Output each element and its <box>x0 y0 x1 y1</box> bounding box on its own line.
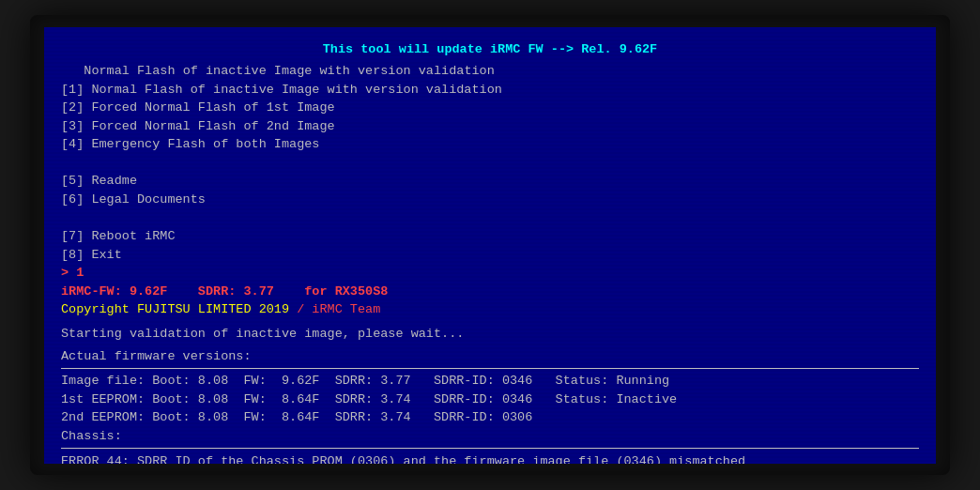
error-44-line: ERROR 44: SDRR ID of the Chassis PROM (0… <box>61 452 919 463</box>
divider-top <box>61 368 919 369</box>
irmc-team: / iRMC Team <box>289 302 380 316</box>
terminal-screen: This tool will update iRMC FW --> Rel. 9… <box>44 27 936 464</box>
menu-item-7: [7] Reboot iRMC <box>61 227 919 246</box>
model: for RX350S8 <box>304 284 388 299</box>
title-bar: This tool will update iRMC FW --> Rel. 9… <box>61 40 919 59</box>
menu-item-2: [2] Forced Normal Flash of 1st Image <box>61 99 919 117</box>
table-row-chassis: Chassis: <box>61 427 919 446</box>
table-row-1st-eeprom: 1st EEPROM: Boot: 8.08 FW: 8.64F SDRR: 3… <box>61 390 919 409</box>
sdrr-version: SDRR: 3.77 <box>198 284 274 299</box>
section-title: Actual firmware versions: <box>61 347 919 366</box>
copyright-text: Copyright FUJITSU LIMITED 2019 <box>61 302 289 316</box>
menu-item-4: [4] Emergency Flash of both Images <box>61 135 919 154</box>
menu-item-6: [6] Legal Documents <box>61 191 919 209</box>
menu-item-8: [8] Exit <box>61 246 919 265</box>
prompt-line: > 1 <box>61 264 919 283</box>
subtitle-line: Normal Flash of inactive Image with vers… <box>61 62 919 81</box>
menu-item-5: [5] Readme <box>61 172 919 191</box>
divider-bottom <box>61 448 919 449</box>
title-text: This tool will update iRMC FW --> Rel. 9… <box>323 42 657 56</box>
table-row-image: Image file: Boot: 8.08 FW: 9.62F SDRR: 3… <box>61 372 919 390</box>
fw-line: iRMC-FW: 9.62F SDRR: 3.77 for RX350S8 <box>61 283 919 301</box>
wait-message: Starting validation of inactive image, p… <box>61 325 919 344</box>
menu-item-1: [1] Normal Flash of inactive Image with … <box>61 81 919 100</box>
table-row-2nd-eeprom: 2nd EEPROM: Boot: 8.08 FW: 8.64F SDRR: 3… <box>61 408 919 427</box>
monitor: This tool will update iRMC FW --> Rel. 9… <box>30 15 950 475</box>
copyright-line: Copyright FUJITSU LIMITED 2019 / iRMC Te… <box>61 300 919 319</box>
menu-item-3: [3] Forced Normal Flash of 2nd Image <box>61 117 919 136</box>
